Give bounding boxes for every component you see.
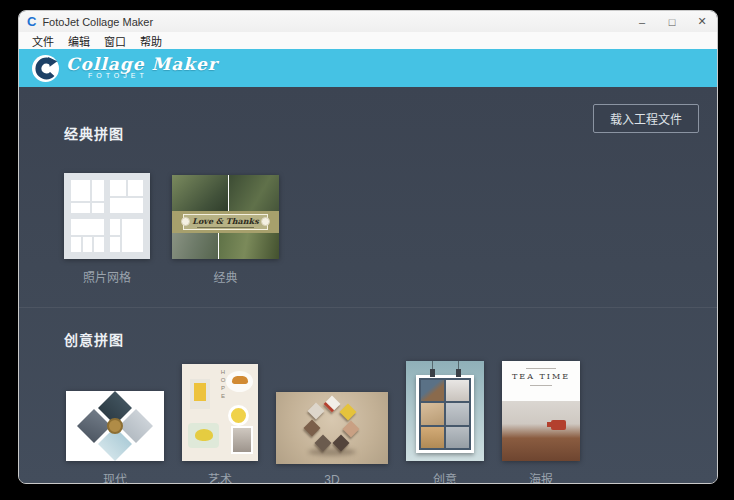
photo-cube (308, 403, 325, 420)
dog-photo (446, 403, 469, 424)
dog-photo (446, 427, 469, 448)
poster-thumbnail[interactable]: TEA TIME (502, 361, 580, 461)
template-label: 照片网格 (83, 268, 131, 285)
dog-photo (446, 380, 469, 401)
template-label: 3D (324, 473, 339, 484)
creative-templates-row: 现代 HOPE 艺术 (66, 361, 598, 484)
dog-photo (421, 380, 444, 401)
classic-top-photos (172, 175, 279, 211)
gold-seal-icon (107, 418, 123, 434)
dog-poster (416, 375, 474, 453)
template-art[interactable]: HOPE 艺术 (182, 364, 258, 484)
creative-thumbnail[interactable] (406, 361, 484, 461)
logo-text: Collage Maker FOTOJET (66, 56, 218, 80)
dog-photo (421, 403, 444, 424)
modern-thumbnail[interactable] (66, 391, 164, 461)
photo-cube (343, 421, 360, 438)
section-divider (19, 307, 717, 308)
menu-help[interactable]: 帮助 (133, 33, 169, 49)
menu-bar: 文件 编辑 窗口 帮助 (19, 32, 717, 49)
section-title-creative: 创意拼图 (64, 329, 124, 349)
poster-caption: TEA TIME (502, 372, 580, 381)
window-title: FotoJet Collage Maker (42, 16, 153, 28)
load-project-button[interactable]: 载入工程文件 (593, 104, 699, 133)
photo-cube (340, 404, 357, 421)
art-plate-photo (226, 371, 253, 392)
template-creative[interactable]: 创意 (406, 361, 484, 484)
teapot-icon (551, 420, 566, 430)
template-classic[interactable]: Love & Thanks 经典 (172, 175, 279, 285)
classic-bottom-photos (172, 233, 279, 259)
template-label: 经典 (213, 268, 237, 285)
art-fruit-photo (228, 405, 249, 426)
template-poster[interactable]: TEA TIME 海报 (502, 361, 580, 484)
three-d-thumbnail[interactable] (276, 392, 388, 464)
maximize-button[interactable]: □ (657, 11, 687, 32)
flower-icon (181, 217, 190, 226)
brand-header: Collage Maker FOTOJET (19, 49, 717, 87)
template-label: 艺术 (208, 470, 232, 484)
poster-tea-photo (502, 401, 580, 461)
poster-header: TEA TIME (502, 361, 580, 401)
cube-shadow (308, 448, 356, 456)
grid-layout-preview (71, 219, 104, 252)
template-photo-grid[interactable]: 照片网格 (64, 173, 150, 285)
title-bar: C FotoJet Collage Maker – □ ✕ (19, 11, 717, 32)
art-portrait-photo (231, 426, 253, 454)
classic-thumbnail[interactable]: Love & Thanks (172, 175, 279, 259)
section-title-classic: 经典拼图 (64, 123, 124, 143)
template-label: 创意 (433, 470, 457, 484)
minimize-button[interactable]: – (627, 11, 657, 32)
classic-caption: Love & Thanks (192, 216, 258, 226)
app-window: C FotoJet Collage Maker – □ ✕ 文件 编辑 窗口 帮… (18, 10, 718, 484)
photo-grid-thumbnail[interactable] (64, 173, 150, 259)
art-caption: HOPE (220, 369, 226, 401)
logo-title: Collage Maker (66, 56, 218, 72)
dog-photo (421, 427, 444, 448)
art-hat-photo (188, 423, 219, 448)
window-controls: – □ ✕ (627, 11, 717, 32)
fotojet-logo-icon (32, 55, 59, 82)
grid-layout-preview (71, 180, 104, 213)
close-button[interactable]: ✕ (687, 11, 717, 32)
template-modern[interactable]: 现代 (66, 391, 164, 484)
app-icon: C (27, 15, 36, 28)
menu-window[interactable]: 窗口 (97, 33, 133, 49)
grid-layout-preview (110, 180, 143, 213)
flower-icon (261, 217, 270, 226)
photo-cube (324, 396, 341, 413)
classic-banner: Love & Thanks (172, 211, 279, 233)
art-thumbnail[interactable]: HOPE (182, 364, 258, 461)
template-label: 海报 (529, 470, 553, 484)
clip-icon (456, 369, 461, 377)
clip-icon (430, 369, 435, 377)
main-content: 载入工程文件 经典拼图 (19, 87, 717, 483)
menu-file[interactable]: 文件 (25, 33, 61, 49)
template-3d[interactable]: 3D (276, 392, 388, 484)
art-drink-photo (190, 379, 210, 409)
classic-templates-row: 照片网格 Love & Thanks (64, 173, 301, 285)
grid-layout-preview (110, 219, 143, 252)
template-label: 现代 (103, 470, 127, 484)
photo-cube (304, 420, 321, 437)
menu-edit[interactable]: 编辑 (61, 33, 97, 49)
